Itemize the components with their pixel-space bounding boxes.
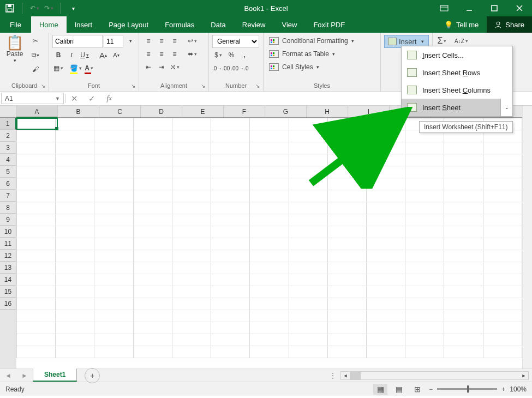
cell[interactable]: [133, 166, 172, 178]
borders-icon[interactable]: ▦: [52, 62, 64, 74]
cell-styles-button[interactable]: Cell Styles▾: [267, 62, 377, 72]
cell[interactable]: [94, 118, 133, 130]
cell[interactable]: [483, 346, 522, 358]
cell[interactable]: [327, 322, 366, 334]
number-format-combo[interactable]: General: [212, 35, 259, 48]
cell[interactable]: [211, 250, 250, 262]
cell[interactable]: [133, 190, 172, 202]
cell[interactable]: [56, 130, 94, 142]
increase-decimal-icon[interactable]: .0→.00: [212, 62, 230, 74]
col-header[interactable]: E: [182, 106, 224, 117]
cell[interactable]: [211, 154, 250, 166]
cell[interactable]: [405, 322, 444, 334]
cell[interactable]: [250, 214, 289, 226]
copy-icon[interactable]: ⧉▾: [29, 49, 41, 61]
sheet-next-icon[interactable]: ►: [21, 372, 28, 379]
row-header[interactable]: 10: [0, 226, 16, 238]
cell[interactable]: [483, 322, 522, 334]
cell[interactable]: [211, 166, 250, 178]
cell[interactable]: [172, 298, 211, 310]
cell[interactable]: [17, 286, 56, 298]
cell[interactable]: [327, 334, 366, 346]
cell[interactable]: [133, 310, 172, 322]
cell[interactable]: [444, 262, 483, 274]
cell[interactable]: [366, 286, 405, 298]
enter-formula-icon[interactable]: ✓: [83, 92, 100, 105]
align-top-icon[interactable]: ≡: [142, 35, 154, 47]
cell[interactable]: [366, 214, 405, 226]
cell[interactable]: [250, 274, 289, 286]
cell[interactable]: [56, 262, 94, 274]
cell[interactable]: [250, 118, 289, 130]
cell[interactable]: [327, 118, 366, 130]
cell[interactable]: [405, 178, 444, 190]
insert-sheet-expand-icon[interactable]: ⌄: [500, 99, 512, 116]
cell[interactable]: [444, 154, 483, 166]
cell[interactable]: [444, 238, 483, 250]
cell[interactable]: [133, 238, 172, 250]
cell[interactable]: [405, 202, 444, 214]
maximize-icon[interactable]: [482, 0, 507, 16]
cell[interactable]: [405, 166, 444, 178]
cell[interactable]: [56, 142, 94, 154]
cell[interactable]: [56, 274, 94, 286]
cell[interactable]: [250, 346, 289, 358]
cell[interactable]: [94, 154, 133, 166]
row-header[interactable]: 9: [0, 214, 16, 226]
cell[interactable]: [405, 346, 444, 358]
cell[interactable]: [483, 214, 522, 226]
cell[interactable]: [327, 166, 366, 178]
cell[interactable]: [366, 250, 405, 262]
sort-filter-icon[interactable]: A↓Z: [455, 35, 468, 47]
zoom-out-icon[interactable]: −: [429, 385, 433, 393]
cell[interactable]: [366, 310, 405, 322]
cell[interactable]: [172, 274, 211, 286]
cell[interactable]: [405, 226, 444, 238]
insert-function-icon[interactable]: fx: [100, 92, 118, 105]
cell[interactable]: [56, 238, 94, 250]
cell[interactable]: [94, 334, 133, 346]
cell[interactable]: [483, 166, 522, 178]
cell[interactable]: [444, 142, 483, 154]
cell[interactable]: [250, 322, 289, 334]
cell[interactable]: [211, 142, 250, 154]
cell[interactable]: [211, 214, 250, 226]
cell[interactable]: [94, 190, 133, 202]
cell[interactable]: [211, 298, 250, 310]
cell[interactable]: [289, 322, 327, 334]
row-header[interactable]: 8: [0, 202, 16, 214]
cell[interactable]: [405, 250, 444, 262]
cell[interactable]: [483, 298, 522, 310]
cell[interactable]: [366, 178, 405, 190]
cell[interactable]: [444, 286, 483, 298]
row-header[interactable]: 16: [0, 298, 16, 310]
cell[interactable]: [56, 298, 94, 310]
row-header[interactable]: 7: [0, 190, 16, 202]
cell[interactable]: [17, 154, 56, 166]
cell[interactable]: [289, 178, 327, 190]
cell[interactable]: [289, 226, 327, 238]
cell[interactable]: [172, 130, 211, 142]
tab-data[interactable]: Data: [202, 16, 234, 33]
cell[interactable]: [94, 286, 133, 298]
cell[interactable]: [94, 322, 133, 334]
cell[interactable]: [483, 202, 522, 214]
insert-sheet-rows-item[interactable]: Insert Sheet Rows: [402, 64, 512, 81]
cell[interactable]: [366, 166, 405, 178]
cell[interactable]: [56, 334, 94, 346]
cell[interactable]: [172, 286, 211, 298]
cut-icon[interactable]: ✂: [29, 35, 41, 47]
cell[interactable]: [211, 190, 250, 202]
cell[interactable]: [405, 190, 444, 202]
cell[interactable]: [327, 298, 366, 310]
alignment-dialog-launcher-icon[interactable]: ↘: [201, 83, 205, 89]
tab-review[interactable]: Review: [234, 16, 274, 33]
cell[interactable]: [289, 118, 327, 130]
cell[interactable]: [211, 346, 250, 358]
cell[interactable]: [172, 262, 211, 274]
new-sheet-button[interactable]: +: [85, 368, 100, 383]
cell[interactable]: [483, 190, 522, 202]
row-header[interactable]: 4: [0, 154, 16, 166]
cell[interactable]: [289, 142, 327, 154]
zoom-level[interactable]: 100%: [510, 385, 527, 393]
